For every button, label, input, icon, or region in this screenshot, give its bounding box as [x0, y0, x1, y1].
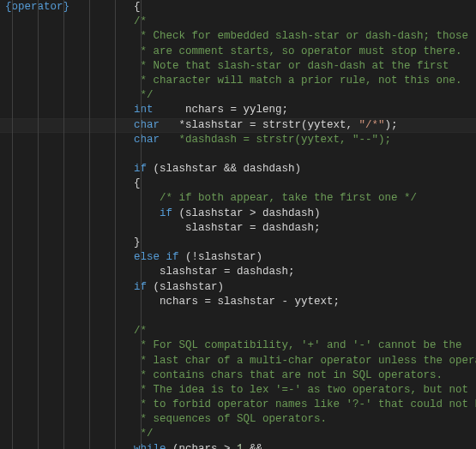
code-token: nchars = yyleng; — [154, 104, 289, 116]
code-line[interactable]: slashstar = dashdash; — [5, 265, 476, 279]
code-line[interactable] — [5, 309, 476, 324]
code-line[interactable]: * to forbid operator names like '?-' tha… — [5, 398, 476, 412]
code-token: { — [134, 177, 141, 189]
code-line[interactable]: { — [5, 177, 476, 191]
code-token: * Note that slash-star or dash-dash at t… — [134, 60, 449, 72]
code-token: (slashstar) — [147, 281, 224, 293]
code-token: /* — [134, 325, 147, 337]
code-token: (slashstar && dashdash) — [147, 163, 301, 175]
code-line[interactable]: * are comment starts, so operator must s… — [5, 45, 476, 59]
code-token: (!slashstar) — [179, 251, 263, 263]
code-line[interactable]: int nchars = yyleng; — [5, 103, 476, 117]
code-line[interactable]: * Check for embedded slash-star or dash-… — [5, 29, 476, 44]
code-token: if — [160, 207, 172, 219]
code-line[interactable]: slashstar = dashdash; — [5, 221, 476, 236]
code-token: slashstar = dashdash; — [134, 222, 321, 234]
code-token: (nchars > — [166, 443, 238, 449]
code-token: */ — [134, 89, 154, 101]
code-token: * Check for embedded slash-star or dash-… — [134, 30, 468, 42]
code-line[interactable]: nchars = slashstar - yytext; — [5, 295, 476, 309]
code-token: * are comment starts, so operator must s… — [134, 45, 462, 57]
code-line[interactable]: {operator} { — [5, 0, 476, 15]
code-token: slashstar = dashdash; — [134, 266, 295, 278]
code-token: /* — [134, 15, 147, 27]
code-token: nchars = slashstar - yytext; — [134, 296, 340, 308]
code-token: * character will match a prior rule, not… — [134, 75, 462, 87]
code-token: * The idea is to lex '=-' as two operato… — [134, 384, 468, 396]
code-token: * For SQL compatibility, '+' and '-' can… — [134, 339, 462, 351]
code-line[interactable]: /* if both appear, take the first one */ — [5, 191, 476, 206]
code-token — [160, 251, 166, 263]
code-token: *dashdash = strstr(yytext, "--"); — [160, 134, 391, 146]
code-line[interactable]: * Note that slash-star or dash-dash at t… — [5, 59, 476, 74]
code-token: char — [134, 134, 160, 146]
code-line[interactable]: /* — [5, 15, 476, 29]
code-editor[interactable]: {operator} { /* * Check for embedded sla… — [0, 0, 476, 449]
current-line-highlight — [0, 118, 476, 133]
code-line[interactable]: */ — [5, 427, 476, 441]
code-line[interactable]: * last char of a multi-char operator unl… — [5, 354, 476, 368]
code-token: { — [69, 1, 141, 13]
code-token: * contains chars that are not in SQL ope… — [134, 369, 443, 381]
code-line[interactable]: * The idea is to lex '=-' as two operato… — [5, 383, 476, 398]
code-line[interactable]: * sequences of SQL operators. — [5, 412, 476, 427]
code-line[interactable]: * contains chars that are not in SQL ope… — [5, 368, 476, 383]
code-token: && — [244, 443, 263, 449]
code-token: {operator} — [5, 1, 69, 13]
code-token: } — [134, 236, 141, 248]
code-line[interactable]: if (slashstar) — [5, 280, 476, 295]
code-line[interactable]: else if (!slashstar) — [5, 250, 476, 265]
code-line[interactable]: while (nchars > 1 && — [5, 442, 476, 449]
code-line[interactable]: */ — [5, 88, 476, 103]
code-token: if — [166, 251, 179, 263]
code-token: if — [134, 281, 147, 293]
code-token: 1 — [237, 443, 244, 449]
code-token: else — [134, 251, 160, 263]
code-token: while — [134, 443, 166, 449]
code-line[interactable]: * For SQL compatibility, '+' and '-' can… — [5, 338, 476, 353]
code-line[interactable]: * character will match a prior rule, not… — [5, 74, 476, 88]
code-token: * to forbid operator names like '?-' tha… — [134, 398, 476, 410]
code-line[interactable]: if (slashstar > dashdash) — [5, 207, 476, 221]
code-token: * last char of a multi-char operator unl… — [134, 355, 476, 367]
code-token: int — [134, 104, 154, 116]
code-token: */ — [134, 428, 154, 440]
code-token: * sequences of SQL operators. — [134, 413, 327, 425]
code-token — [134, 192, 160, 204]
code-line[interactable]: } — [5, 236, 476, 250]
code-token: if — [134, 163, 147, 175]
code-container: {operator} { /* * Check for embedded sla… — [5, 0, 476, 449]
code-line[interactable] — [5, 147, 476, 162]
code-token: /* if both appear, take the first one */ — [160, 192, 417, 204]
code-line[interactable]: char *dashdash = strstr(yytext, "--"); — [5, 133, 476, 147]
code-line[interactable]: if (slashstar && dashdash) — [5, 162, 476, 177]
code-token: (slashstar > dashdash) — [172, 207, 321, 219]
code-token — [134, 207, 160, 219]
code-line[interactable]: /* — [5, 324, 476, 338]
